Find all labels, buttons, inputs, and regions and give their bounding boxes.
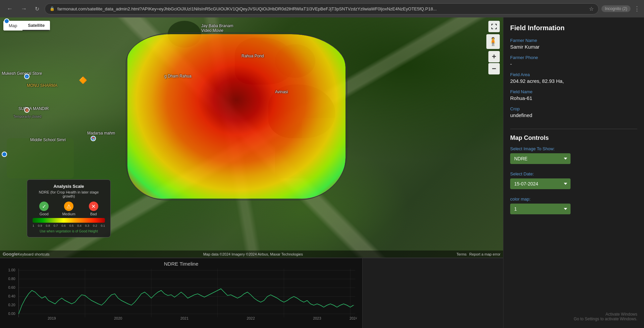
- url-text: farmonaut.com/satellite_data_admin2.html…: [57, 6, 584, 11]
- farmer-phone-value: -: [510, 61, 637, 67]
- map-marker-mukesh: i: [24, 74, 30, 79]
- svg-text:2023: 2023: [313, 316, 321, 320]
- zoom-in-button[interactable]: +: [488, 51, 500, 62]
- activate-windows-line2: Go to Settings to activate Windows.: [510, 317, 637, 321]
- legend-note: Use when vegetation is of Good Height: [33, 229, 105, 233]
- divider: [510, 129, 637, 129]
- svg-text:2019: 2019: [48, 316, 56, 320]
- field-area-value: 204.92 acres, 82.93 Ha,: [510, 78, 637, 84]
- browser-right-controls: Incognito (2) ⋮: [601, 5, 640, 12]
- select-image-container: Select Image To Show: NDVI NDRE EVI SAVI…: [510, 146, 637, 168]
- lock-icon: 🔒: [50, 6, 55, 11]
- streetview-button[interactable]: 🧍: [486, 34, 500, 49]
- map-view[interactable]: Map Satellite Jay Baba BranamVideo Movie…: [0, 17, 503, 258]
- field-name-section: Field Name Rohua-61: [510, 89, 637, 101]
- color-map-label: color map:: [510, 197, 637, 202]
- legend-good-label: Good: [40, 212, 49, 216]
- map-bottom-bar: Google Keyboard shortcuts Map data ©2024…: [0, 251, 503, 258]
- svg-text:2024: 2024: [350, 316, 357, 320]
- svg-text:0.80: 0.80: [8, 277, 15, 281]
- svg-text:0.40: 0.40: [8, 294, 15, 298]
- farmer-phone-section: Farmer Phone -: [510, 55, 637, 67]
- legend-scale-numbers: 10.90.80.70.60.50.40.30.20.1: [33, 224, 105, 227]
- browser-chrome: ← → ↻ 🔒 farmonaut.com/satellite_data_adm…: [0, 0, 644, 17]
- map-type-toggle: Map Satellite: [3, 21, 50, 31]
- svg-text:0.20: 0.20: [8, 303, 15, 307]
- fullscreen-icon: [491, 23, 497, 30]
- field-name-label: Field Name: [510, 89, 637, 94]
- legend-bad: ✕ Bad: [89, 202, 98, 216]
- farmer-name-section: Farmer Name Samir Kumar: [510, 38, 637, 50]
- keyboard-shortcuts[interactable]: Keyboard shortcuts: [18, 252, 50, 256]
- field-area-section: Field Area 204.92 acres, 82.93 Ha,: [510, 72, 637, 84]
- field-area-label: Field Area: [510, 72, 637, 77]
- browser-menu-icon[interactable]: ⋮: [634, 5, 640, 12]
- zoom-controls: + −: [488, 51, 500, 74]
- map-marker-left: [2, 152, 7, 157]
- select-date-dropdown[interactable]: 15-07-2024: [510, 178, 571, 189]
- back-button[interactable]: ←: [4, 4, 15, 14]
- report-error-link[interactable]: Report a map error: [469, 252, 500, 256]
- svg-text:2021: 2021: [180, 316, 189, 320]
- map-marker-school: 📚: [91, 136, 96, 141]
- heatmap-gradient: [127, 34, 345, 199]
- color-map-dropdown[interactable]: 1 2 3 4: [510, 204, 571, 214]
- legend-gradient-bar: [33, 218, 105, 223]
- svg-text:2020: 2020: [114, 316, 122, 320]
- select-date-label: Select Date:: [510, 171, 637, 176]
- reload-button[interactable]: ↻: [32, 4, 42, 13]
- panel-title: Field Information: [510, 24, 637, 32]
- legend-medium-label: Medium: [62, 212, 75, 216]
- ndre-heatmap: [127, 34, 345, 199]
- chart-title: NDRE Timeline: [5, 261, 357, 267]
- legend-medium-circle: ⚠: [64, 202, 73, 211]
- select-image-dropdown[interactable]: NDVI NDRE EVI SAVI RGB: [510, 153, 571, 164]
- map-controls-title: Map Controls: [510, 134, 637, 142]
- map-marker-top-left: [4, 18, 9, 24]
- bookmark-icon[interactable]: ☆: [589, 6, 594, 12]
- crop-section: Crop undefined: [510, 106, 637, 118]
- farmer-name-value: Samir Kumar: [510, 44, 637, 50]
- fullscreen-button[interactable]: [488, 21, 500, 32]
- map-marker-surya: 🛕: [24, 107, 30, 113]
- legend-note-link: Good Height: [79, 229, 98, 233]
- google-logo: Google: [3, 252, 18, 257]
- legend-title: Analysis Scale: [33, 184, 105, 189]
- fullscreen-container: [488, 21, 500, 32]
- analysis-legend: Analysis Scale NDRE (for Crop Health in …: [27, 179, 111, 237]
- chart-area: NDRE Timeline 1.00 0.80 0.60 0.40 0.20 0…: [0, 258, 362, 328]
- main-content: Map Satellite Jay Baba BranamVideo Movie…: [0, 17, 644, 328]
- ndre-chart: 1.00 0.80 0.60 0.40 0.20 0.00: [5, 269, 357, 321]
- legend-bad-circle: ✕: [89, 202, 98, 211]
- forward-button[interactable]: →: [18, 4, 30, 14]
- legend-good-circle: ✓: [39, 202, 49, 211]
- map-marker-orange: 🔶: [79, 76, 87, 84]
- select-date-container: Select Date: 15-07-2024: [510, 171, 637, 193]
- field-name-value: Rohua-61: [510, 95, 637, 101]
- crop-label: Crop: [510, 106, 637, 111]
- terms-link[interactable]: Terms: [457, 252, 467, 256]
- activate-windows-line1: Activate Windows: [510, 312, 637, 317]
- satellite-button[interactable]: Satellite: [22, 21, 50, 31]
- color-map-container: color map: 1 2 3 4: [510, 197, 637, 218]
- legend-bad-label: Bad: [90, 212, 97, 216]
- crop-value: undefined: [510, 112, 637, 118]
- map-attribution: Map data ©2024 Imagery ©2024 Airbus, Max…: [50, 252, 457, 256]
- address-bar[interactable]: 🔒 farmonaut.com/satellite_data_admin2.ht…: [45, 3, 599, 14]
- farmer-phone-label: Farmer Phone: [510, 55, 637, 60]
- zoom-out-button[interactable]: −: [488, 63, 500, 74]
- incognito-badge: Incognito (2): [601, 5, 631, 12]
- svg-text:0.60: 0.60: [8, 285, 15, 289]
- activate-windows: Activate Windows Go to Settings to activ…: [510, 305, 637, 321]
- legend-subtitle: NDRE (for Crop Health in later stage gro…: [33, 190, 105, 198]
- person-icon: 🧍: [488, 37, 498, 46]
- legend-icons: ✓ Good ⚠ Medium ✕ Bad: [33, 202, 105, 216]
- map-area: Map Satellite Jay Baba BranamVideo Movie…: [0, 17, 503, 328]
- svg-text:2022: 2022: [247, 316, 255, 320]
- chart-container: 1.00 0.80 0.60 0.40 0.20 0.00: [5, 269, 357, 321]
- right-panel: Field Information Farmer Name Samir Kuma…: [503, 17, 644, 328]
- bottom-area: NDRE Timeline 1.00 0.80 0.60 0.40 0.20 0…: [0, 258, 503, 328]
- legend-note-text: Use when vegetation is of: [40, 229, 78, 233]
- select-image-label: Select Image To Show:: [510, 146, 637, 151]
- legend-good: ✓ Good: [39, 202, 49, 216]
